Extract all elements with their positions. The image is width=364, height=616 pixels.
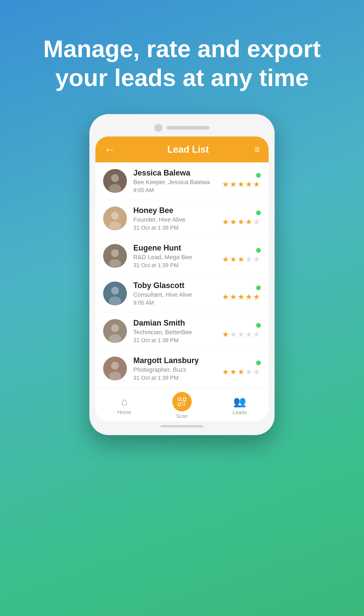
leads-icon: 👥 <box>233 396 246 408</box>
star-empty: ★ <box>245 255 253 264</box>
lead-item[interactable]: Damian Smith Technician, BetterBee 31 Oc… <box>95 313 269 350</box>
online-indicator <box>256 323 261 328</box>
lead-role: Founder, Hive Alive <box>133 216 222 223</box>
lead-avatar <box>103 169 127 193</box>
lead-avatar <box>103 244 127 268</box>
lead-info: Jessica Balewa Bee Keeper, Jessica Balew… <box>133 168 222 194</box>
svg-point-4 <box>111 212 119 219</box>
star-filled: ★ <box>245 180 253 189</box>
lead-info: Honey Bee Founder, Hive Alive 31 Oct at … <box>133 206 222 231</box>
lead-info: Toby Glascott Consultant, Hive Alive 9:0… <box>133 281 222 306</box>
lead-meta: ★★★★★ <box>222 173 261 189</box>
lead-item[interactable]: Margott Lansbury Photographer, Buzz 31 O… <box>95 350 269 387</box>
star-empty: ★ <box>253 367 261 376</box>
star-rating[interactable]: ★★★★★ <box>222 367 261 376</box>
star-filled: ★ <box>238 217 245 226</box>
lead-role: Technician, BetterBee <box>133 329 222 336</box>
lead-item[interactable]: Jessica Balewa Bee Keeper, Jessica Balew… <box>95 162 269 200</box>
scan-icon <box>172 392 192 411</box>
nav-home[interactable]: ⌂ Home <box>107 396 142 415</box>
svg-point-11 <box>109 297 121 305</box>
svg-point-2 <box>109 184 121 193</box>
lead-name: Eugene Hunt <box>133 243 222 252</box>
star-rating[interactable]: ★★★★★ <box>222 217 261 226</box>
online-indicator <box>256 286 261 290</box>
lead-meta: ★★★★★ <box>222 210 261 226</box>
lead-meta: ★★★★★ <box>222 323 261 339</box>
star-filled: ★ <box>222 255 230 264</box>
nav-leads[interactable]: 👥 Leads <box>222 396 257 415</box>
star-filled: ★ <box>253 292 261 301</box>
lead-time: 31 Oct at 1:39 PM <box>133 374 222 381</box>
star-filled: ★ <box>230 292 238 301</box>
lead-role: Bee Keeper, Jessica Balewa <box>133 179 222 186</box>
star-empty: ★ <box>245 367 253 376</box>
lead-time: 9:05 AM <box>133 187 222 194</box>
svg-point-1 <box>111 174 119 182</box>
star-empty: ★ <box>238 330 245 339</box>
online-indicator <box>256 173 261 178</box>
phone-speaker <box>167 126 209 130</box>
lead-item[interactable]: Eugene Hunt R&D Lead, Mega Bee 31 Oct at… <box>95 237 269 275</box>
star-rating[interactable]: ★★★★★ <box>222 255 261 264</box>
star-empty: ★ <box>253 330 261 339</box>
lead-avatar <box>103 357 127 380</box>
nav-scan[interactable]: Scan <box>165 392 199 419</box>
svg-point-14 <box>109 334 121 343</box>
star-filled: ★ <box>230 180 238 189</box>
lead-time: 31 Oct at 1:39 PM <box>133 224 222 231</box>
star-filled: ★ <box>245 292 253 301</box>
lead-name: Honey Bee <box>133 206 222 215</box>
lead-item[interactable]: Toby Glascott Consultant, Hive Alive 9:0… <box>95 275 269 313</box>
headline-line2: your leads at any time <box>55 64 309 91</box>
lead-role: R&D Lead, Mega Bee <box>133 254 222 261</box>
lead-time: 31 Oct at 1:39 PM <box>133 262 222 269</box>
lead-role: Photographer, Buzz <box>133 366 222 373</box>
lead-info: Margott Lansbury Photographer, Buzz 31 O… <box>133 356 222 381</box>
lead-avatar <box>103 319 127 343</box>
star-rating[interactable]: ★★★★★ <box>222 292 261 301</box>
star-empty: ★ <box>253 255 261 264</box>
nav-leads-label: Leads <box>233 410 247 415</box>
bottom-nav: ⌂ Home <box>95 387 269 421</box>
lead-name: Jessica Balewa <box>133 168 222 178</box>
star-filled: ★ <box>238 255 245 264</box>
lead-time: 9:05 AM <box>133 300 222 306</box>
lead-info: Damian Smith Technician, BetterBee 31 Oc… <box>133 318 222 344</box>
svg-point-17 <box>109 372 121 380</box>
svg-point-10 <box>111 287 119 295</box>
star-filled: ★ <box>238 180 245 189</box>
lead-avatar <box>103 282 127 305</box>
lead-avatar <box>103 206 127 230</box>
phone-camera <box>155 124 162 132</box>
svg-rect-20 <box>178 403 181 406</box>
star-rating[interactable]: ★★★★★ <box>222 180 261 189</box>
star-rating[interactable]: ★★★★★ <box>222 330 261 339</box>
phone-bottom-bar <box>95 421 269 429</box>
phone-mockup: ← Lead List ≡ Jessica Balewa Bee Keeper,… <box>89 114 275 435</box>
nav-scan-label: Scan <box>176 413 188 419</box>
svg-rect-18 <box>178 398 181 400</box>
lead-item[interactable]: Honey Bee Founder, Hive Alive 31 Oct at … <box>95 200 269 237</box>
star-filled: ★ <box>230 217 238 226</box>
svg-point-5 <box>109 222 121 230</box>
star-filled: ★ <box>238 292 245 301</box>
nav-home-label: Home <box>117 409 131 415</box>
star-empty: ★ <box>253 217 261 226</box>
lead-info: Eugene Hunt R&D Lead, Mega Bee 31 Oct at… <box>133 243 222 269</box>
lead-name: Toby Glascott <box>133 281 222 290</box>
online-indicator <box>256 360 261 365</box>
star-filled: ★ <box>222 217 230 226</box>
svg-point-7 <box>111 249 119 257</box>
app-bar-title: Lead List <box>122 144 254 155</box>
star-filled: ★ <box>253 180 261 189</box>
star-filled: ★ <box>245 217 253 226</box>
online-indicator <box>256 248 261 253</box>
back-button[interactable]: ← <box>104 143 115 156</box>
phone-outer: ← Lead List ≡ Jessica Balewa Bee Keeper,… <box>89 114 275 435</box>
lead-meta: ★★★★★ <box>222 248 261 264</box>
lead-role: Consultant, Hive Alive <box>133 291 222 298</box>
lead-meta: ★★★★★ <box>222 360 261 376</box>
phone-bottom-indicator <box>160 425 204 427</box>
filter-button[interactable]: ≡ <box>254 144 260 155</box>
